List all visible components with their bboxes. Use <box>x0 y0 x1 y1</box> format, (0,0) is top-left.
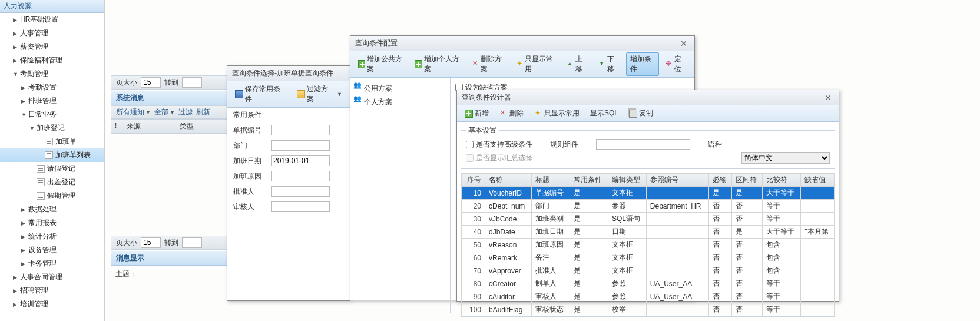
lang-select[interactable]: 简体中文 <box>741 152 830 164</box>
all-notify-dd[interactable]: 所有通知▼ <box>116 107 151 117</box>
adv-check[interactable]: 是否支持高级条件 <box>466 140 532 150</box>
filter-plan-button[interactable]: 过滤方案▼ <box>293 82 346 106</box>
lang-label: 语种 <box>708 140 722 150</box>
filter-window-title[interactable]: 查询条件选择-加班单据查询条件 <box>227 66 350 81</box>
goto-label-b: 转到 <box>164 238 178 248</box>
voucher-input[interactable] <box>271 125 330 135</box>
col-req[interactable]: 必输 <box>708 174 731 187</box>
col-bang[interactable]: ! <box>111 120 123 133</box>
rule-input[interactable] <box>596 139 690 150</box>
sidebar-item[interactable]: 请假登记 <box>0 162 104 176</box>
conditions-grid[interactable]: 序号名称标题常用条件编辑类型参照编号必输区间符比较符缺省值 10VoucherI… <box>461 173 835 317</box>
designer-window-title[interactable]: 查询条件设计器✕ <box>457 90 839 105</box>
col-def[interactable]: 缺省值 <box>801 174 835 187</box>
delete-button[interactable]: 删除 <box>495 107 528 120</box>
save-common-button[interactable]: 保存常用条件 <box>231 82 290 106</box>
col-name[interactable]: 名称 <box>485 174 532 187</box>
move-up-button[interactable]: 上移 <box>562 52 592 76</box>
auditor-input[interactable] <box>271 201 330 212</box>
table-row[interactable]: 10VoucherID单据编号是文本框是是大于等于 <box>462 187 835 200</box>
approver-input[interactable] <box>271 186 330 197</box>
plan-tree: 公用方案 个人方案 <box>350 78 451 313</box>
show-common-button[interactable]: 只显示常用 <box>512 52 560 76</box>
col-seq[interactable]: 序号 <box>462 174 485 187</box>
date-input[interactable] <box>271 155 330 166</box>
add-public-button[interactable]: 增加公共方案 <box>354 52 408 76</box>
sidebar-item[interactable]: ▶HR基础设置 <box>0 13 104 27</box>
delete-plan-button[interactable]: 删除方案 <box>468 52 509 76</box>
pager-top: 页大小 转到 <box>111 75 229 90</box>
table-row[interactable]: 30vJbCode加班类别是SQL语句否否等于 <box>462 213 835 226</box>
goto-input-b[interactable] <box>182 237 202 248</box>
filter-window-toolbar: 保存常用条件 过滤方案▼ <box>227 81 350 108</box>
sidebar-item[interactable]: ▶排班管理 <box>0 94 104 108</box>
sidebar-item[interactable]: ▶培训管理 <box>0 297 104 311</box>
locate-button[interactable]: 定位 <box>661 52 691 76</box>
sidebar-item[interactable]: ▶薪资管理 <box>0 40 104 54</box>
show-common-button2[interactable]: 只显示常用 <box>530 107 584 120</box>
table-row[interactable]: 60vRemark备注是文本框否否包含 <box>462 251 835 264</box>
sidebar-item[interactable]: ▶招聘管理 <box>0 284 104 297</box>
col-source[interactable]: 来源 <box>123 120 176 133</box>
table-row[interactable]: 20cDept_num部门是参照Department_HR否否等于 <box>462 200 835 213</box>
col-range[interactable]: 区间符 <box>732 174 763 187</box>
col-common[interactable]: 常用条件 <box>570 174 608 187</box>
field-approver: 批准人 <box>227 184 350 199</box>
sidebar-item[interactable]: 假期管理 <box>0 189 104 203</box>
common-cond-group: 常用条件 <box>227 108 350 123</box>
table-row[interactable]: 100bAuditFlag审核状态是枚举否否等于 <box>462 303 835 316</box>
copy-button[interactable]: 复制 <box>625 107 657 120</box>
all-dd[interactable]: 全部▼ <box>154 107 175 117</box>
sidebar-item[interactable]: ▼日常业务 <box>0 108 104 121</box>
sidebar-item[interactable]: ▶保险福利管理 <box>0 54 104 67</box>
col-title[interactable]: 标题 <box>532 174 570 187</box>
table-row[interactable]: 80cCreator制单人是参照UA_User_AA否否等于 <box>462 277 835 290</box>
doc-icon <box>45 151 53 159</box>
sidebar-item[interactable]: ▶考勤设置 <box>0 81 104 94</box>
doc-icon <box>45 138 53 145</box>
sidebar-item[interactable]: 加班单 <box>0 135 104 148</box>
col-ref[interactable]: 参照编号 <box>646 174 708 187</box>
add-button[interactable]: 新增 <box>461 107 493 120</box>
table-row[interactable]: 40dJbDate加班日期是日期否是大于等于"本月第 <box>462 226 835 239</box>
sidebar-item[interactable]: ▼考勤管理 <box>0 67 104 81</box>
move-down-button[interactable]: 下移 <box>594 52 624 76</box>
page-size-input[interactable] <box>141 77 161 88</box>
delete-icon <box>499 110 508 118</box>
table-row[interactable]: 70vApprover批准人是文本框否否包含 <box>462 264 835 277</box>
basic-legend: 基本设置 <box>466 125 499 135</box>
sidebar-item[interactable]: ▼加班登记 <box>0 121 104 135</box>
personal-plan-node[interactable]: 个人方案 <box>354 95 446 108</box>
people-icon <box>354 96 362 104</box>
public-plan-node[interactable]: 公用方案 <box>354 81 446 95</box>
reason-input[interactable] <box>271 171 330 181</box>
table-row[interactable]: 50vReason加班原因是文本框否否包含 <box>462 239 835 251</box>
field-reason: 加班原因 <box>227 168 350 184</box>
add-personal-button[interactable]: 增加个人方案 <box>410 52 465 76</box>
col-edit[interactable]: 编辑类型 <box>608 174 646 187</box>
sidebar-item[interactable]: 加班单列表 <box>0 148 104 162</box>
show-sql-button[interactable]: 显示SQL <box>586 107 623 120</box>
doc-icon <box>37 165 45 173</box>
sidebar-item[interactable]: ▶设备管理 <box>0 243 104 257</box>
page-size-input-b[interactable] <box>141 237 161 248</box>
filter-link[interactable]: 过滤 <box>178 107 193 117</box>
config-window-title[interactable]: 查询条件配置✕ <box>350 36 694 51</box>
close-icon[interactable]: ✕ <box>678 39 690 48</box>
sidebar-item[interactable]: ▶数据处理 <box>0 203 104 216</box>
refresh-link[interactable]: 刷新 <box>196 107 210 117</box>
col-cmp[interactable]: 比较符 <box>763 174 801 187</box>
sidebar-item[interactable]: ▶常用报表 <box>0 216 104 230</box>
table-row[interactable]: 90cAuditor审核人是参照UA_User_AA否否等于 <box>462 290 835 303</box>
add-condition-button[interactable]: 增加条件 <box>626 52 659 76</box>
sidebar-item[interactable]: ▶人事合同管理 <box>0 270 104 284</box>
field-dept: 部门 <box>227 138 350 153</box>
sidebar-item[interactable]: ▶卡务管理 <box>0 257 104 270</box>
sidebar-item[interactable]: ▶统计分析 <box>0 230 104 243</box>
close-icon[interactable]: ✕ <box>822 93 834 102</box>
sidebar-item[interactable]: 出差登记 <box>0 176 104 189</box>
config-toolbar: 增加公共方案 增加个人方案 删除方案 只显示常用 上移 下移 增加条件 定位 <box>350 51 694 78</box>
sidebar-item[interactable]: ▶人事管理 <box>0 27 104 40</box>
goto-input[interactable] <box>182 77 202 88</box>
dept-input[interactable] <box>271 140 330 151</box>
